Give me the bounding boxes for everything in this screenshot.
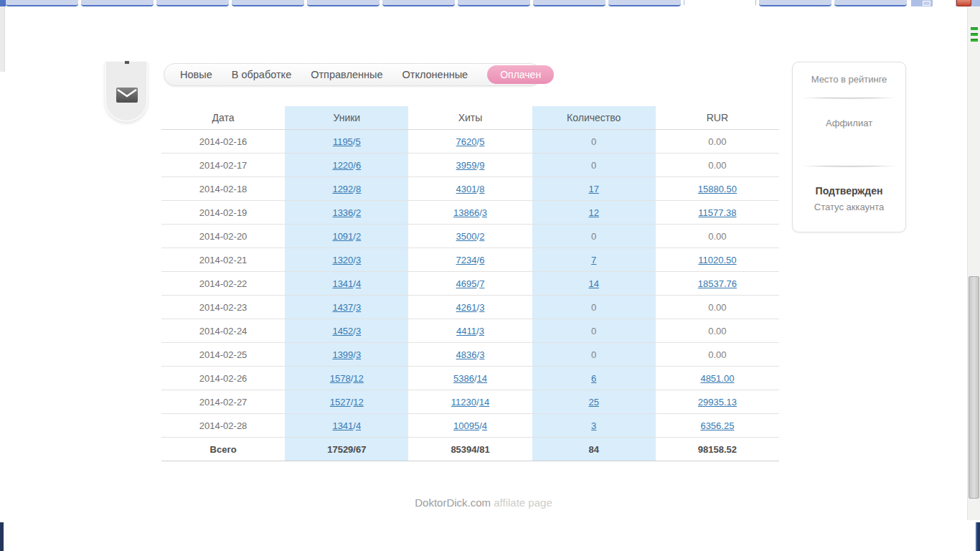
stat-link[interactable]: 3 [479, 349, 484, 360]
stat-link[interactable]: 4836 [456, 349, 477, 360]
stat-link[interactable]: 1399 [332, 349, 353, 360]
uniques-cell: 1091/2 [285, 225, 408, 248]
stat-link[interactable]: 13866 [453, 207, 479, 218]
stat-link[interactable]: 6 [479, 255, 484, 265]
browser-tab[interactable] [834, 0, 907, 6]
stat-link[interactable]: 3 [479, 326, 484, 336]
stat-link[interactable]: 3 [356, 302, 361, 313]
stat-link[interactable]: 6356.25 [700, 420, 734, 431]
stat-link[interactable]: 7 [479, 278, 484, 289]
stat-link[interactable]: 15880.50 [698, 184, 737, 194]
stat-link[interactable]: 3 [356, 349, 361, 360]
stat-link[interactable]: 3 [482, 207, 487, 218]
stat-link[interactable]: 7620 [456, 136, 477, 147]
rur-cell: 18537.76 [656, 272, 779, 295]
stat-link[interactable]: 7 [591, 255, 596, 265]
tab-processing[interactable]: В обработке [232, 69, 291, 80]
window-edge [0, 6, 5, 72]
stat-link[interactable]: 4 [482, 420, 487, 431]
stat-link[interactable]: 4 [356, 420, 361, 431]
stat-link[interactable]: 25 [588, 397, 598, 408]
browser-tab[interactable] [933, 0, 956, 6]
stat-link[interactable]: 1320 [332, 255, 353, 265]
browser-tab[interactable] [608, 0, 681, 6]
count-cell: 12 [532, 201, 656, 224]
stat-link[interactable]: 1341 [332, 420, 353, 431]
stat-link[interactable]: 1195 [333, 136, 353, 147]
stat-link[interactable]: 3 [591, 420, 596, 431]
browser-tab[interactable] [533, 0, 606, 6]
stat-link[interactable]: 4695 [456, 278, 477, 289]
stat-link[interactable]: 4851.00 [700, 373, 734, 384]
stat-link[interactable]: 3 [356, 255, 361, 265]
stat-link[interactable]: 1220 [332, 160, 353, 171]
tab-rejected[interactable]: Отклоненные [402, 69, 468, 80]
tab-sent[interactable]: Отправленные [311, 69, 382, 80]
stat-link[interactable]: 1452 [332, 326, 353, 336]
stat-link[interactable]: 14 [479, 397, 489, 408]
date-cell: 2014-02-21 [161, 248, 285, 271]
stat-link[interactable]: 8 [356, 184, 361, 194]
tab-new[interactable]: Новые [180, 69, 212, 80]
count-cell: 0 [532, 343, 656, 366]
stat-link[interactable]: 1292 [332, 184, 353, 194]
stat-link[interactable]: 4301 [456, 184, 477, 194]
stat-link[interactable]: 3959 [456, 160, 477, 171]
stat-link[interactable]: 1437 [332, 302, 353, 313]
stat-link[interactable]: 3 [356, 326, 361, 336]
stat-link[interactable]: 5386 [453, 373, 474, 384]
stat-link[interactable]: 12 [588, 207, 598, 218]
stat-link[interactable]: 9 [479, 160, 484, 171]
scrollbar-thumb[interactable] [969, 276, 979, 499]
browser-tab[interactable] [232, 0, 304, 6]
stat-link[interactable]: 5 [355, 136, 360, 147]
stat-link[interactable]: 12 [353, 397, 363, 408]
stat-link[interactable]: 4411 [456, 326, 476, 336]
stat-link[interactable]: 1527 [330, 397, 351, 408]
stat-link[interactable]: 5 [479, 136, 484, 147]
stat-link[interactable]: 3 [479, 302, 484, 313]
browser-tab[interactable] [81, 0, 154, 6]
stat-link[interactable]: 1336 [332, 207, 353, 218]
stat-link[interactable]: 11230 [451, 397, 476, 408]
close-button[interactable] [956, 0, 971, 6]
stat-link[interactable]: 2 [356, 231, 361, 242]
stat-link[interactable]: 1578 [330, 373, 351, 384]
stat-link[interactable]: 6 [356, 160, 361, 171]
stat-link[interactable]: 14 [588, 278, 598, 289]
stat-link[interactable]: 6 [591, 373, 596, 384]
feedback-tab[interactable] [105, 62, 148, 122]
rur-cell: 0.00 [656, 319, 779, 342]
stat-link[interactable]: 7234 [456, 255, 477, 265]
stat-link[interactable]: 17 [588, 184, 598, 194]
browser-tab[interactable] [382, 0, 455, 6]
browser-tab[interactable] [6, 0, 78, 6]
vertical-scrollbar[interactable] [967, 6, 980, 520]
cell-value: 0.00 [708, 349, 726, 360]
browser-tab[interactable] [156, 0, 229, 6]
browser-tab[interactable] [458, 0, 530, 6]
stat-link[interactable]: 1091 [332, 231, 353, 242]
account-panel: Место в рейтинге Аффилиат Подтвержден Ст… [792, 62, 906, 232]
stat-link[interactable]: 1341 [332, 278, 353, 289]
browser-tab[interactable] [759, 0, 831, 6]
stat-link[interactable]: 11577.38 [698, 207, 736, 218]
stat-link[interactable]: 3500 [456, 231, 477, 242]
stat-link[interactable]: 4261 [456, 302, 477, 313]
date-cell: 2014-02-19 [161, 201, 285, 224]
stat-link[interactable]: 11020.50 [698, 255, 736, 265]
stat-link[interactable]: 12 [353, 373, 363, 384]
browser-tab[interactable] [307, 0, 380, 6]
browser-tab[interactable] [684, 0, 756, 6]
stat-link[interactable]: 29935.13 [698, 397, 737, 408]
date-cell: 2014-02-25 [161, 343, 285, 366]
stat-link[interactable]: 14 [477, 373, 487, 384]
stat-link[interactable]: 2 [479, 231, 484, 242]
restore-button-icon[interactable] [923, 1, 930, 6]
stat-link[interactable]: 2 [356, 207, 361, 218]
stat-link[interactable]: 4 [356, 278, 361, 289]
stat-link[interactable]: 10095 [453, 420, 479, 431]
stat-link[interactable]: 8 [479, 184, 484, 194]
stat-link[interactable]: 18537.76 [698, 278, 737, 289]
tab-paid[interactable]: Оплачен [487, 65, 554, 84]
